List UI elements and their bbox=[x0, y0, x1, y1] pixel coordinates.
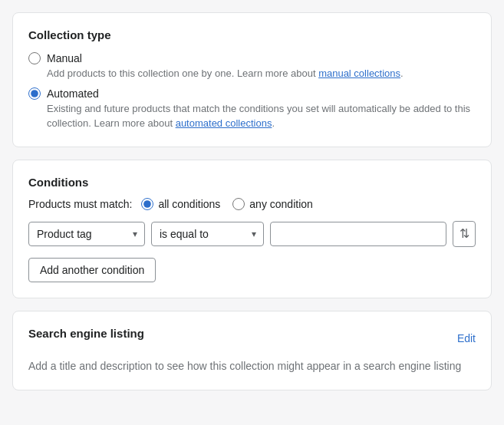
automated-radio-label[interactable]: Automated bbox=[28, 87, 476, 100]
automated-collections-link[interactable]: automated collections bbox=[176, 117, 272, 129]
add-condition-button[interactable]: Add another condition bbox=[28, 258, 156, 282]
conditions-title: Conditions bbox=[28, 176, 476, 189]
condition-value-input[interactable] bbox=[270, 222, 446, 246]
match-options: all conditions any condition bbox=[141, 198, 312, 210]
any-condition-option[interactable]: any condition bbox=[232, 198, 313, 210]
manual-label-text: Manual bbox=[47, 52, 82, 64]
match-label: Products must match: bbox=[28, 198, 132, 210]
match-row: Products must match: all conditions any … bbox=[28, 198, 476, 210]
automated-label-text: Automated bbox=[47, 87, 99, 100]
search-engine-card: Search engine listing Edit Add a title a… bbox=[12, 311, 492, 390]
automated-option: Automated Existing and future products t… bbox=[28, 87, 476, 131]
condition-field-wrapper: Product tag Product title Product type P… bbox=[28, 222, 145, 246]
collection-type-title: Collection type bbox=[28, 28, 476, 41]
any-condition-label: any condition bbox=[249, 198, 313, 210]
any-condition-radio[interactable] bbox=[232, 198, 245, 210]
condition-operator-wrapper: is equal to is not equal to starts with … bbox=[151, 222, 264, 246]
manual-radio-input[interactable] bbox=[28, 52, 41, 64]
search-engine-description: Add a title and description to see how t… bbox=[28, 358, 476, 374]
manual-collections-link[interactable]: manual collections bbox=[318, 68, 400, 79]
collection-type-radio-group: Manual Add products to this collection o… bbox=[28, 52, 476, 131]
manual-radio-label[interactable]: Manual bbox=[28, 52, 476, 64]
all-conditions-radio[interactable] bbox=[141, 198, 153, 210]
manual-description: Add products to this collection one by o… bbox=[47, 66, 476, 81]
search-engine-header: Search engine listing Edit bbox=[28, 327, 476, 351]
condition-stepper-button[interactable]: ⇅ bbox=[453, 221, 476, 247]
automated-radio-input[interactable] bbox=[28, 87, 41, 100]
search-engine-edit-link[interactable]: Edit bbox=[457, 332, 476, 344]
condition-operator-select[interactable]: is equal to is not equal to starts with … bbox=[151, 222, 264, 246]
condition-row: Product tag Product title Product type P… bbox=[28, 221, 476, 247]
search-engine-title: Search engine listing bbox=[28, 327, 144, 340]
collection-type-card: Collection type Manual Add products to t… bbox=[12, 12, 492, 147]
conditions-card: Conditions Products must match: all cond… bbox=[12, 160, 492, 298]
manual-option: Manual Add products to this collection o… bbox=[28, 52, 476, 81]
automated-description: Existing and future products that match … bbox=[47, 101, 476, 131]
condition-field-select[interactable]: Product tag Product title Product type P… bbox=[28, 222, 145, 246]
all-conditions-option[interactable]: all conditions bbox=[141, 198, 220, 210]
all-conditions-label: all conditions bbox=[158, 198, 220, 210]
